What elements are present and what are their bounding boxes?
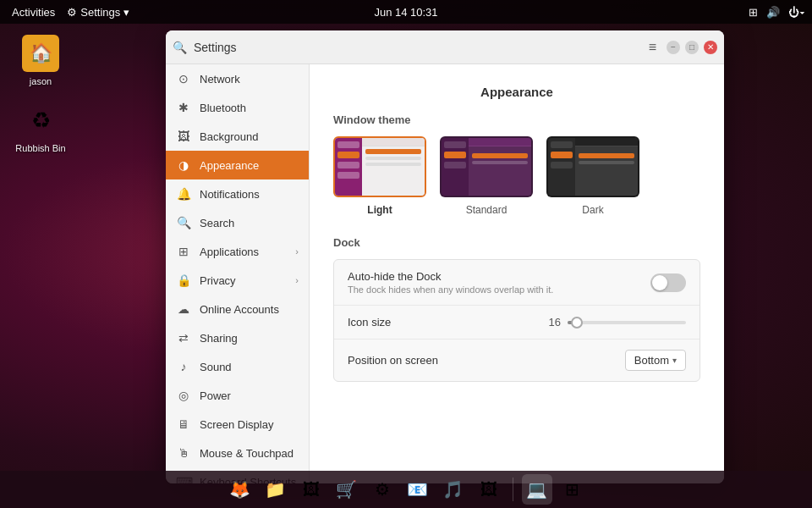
taskbar-icon-settings-dock[interactable]: ⚙ <box>367 474 398 505</box>
activities-button[interactable]: Activities <box>7 6 60 19</box>
auto-hide-sub-label: The dock hides when any windows overlap … <box>348 284 650 295</box>
sidebar-bluetooth-label: Bluetooth <box>200 102 299 114</box>
taskbar-divider <box>513 478 513 501</box>
position-value: Bottom <box>634 354 669 367</box>
sidebar-background-label: Background <box>200 130 299 143</box>
search-icon: 🔍 <box>173 41 187 54</box>
sidebar-item-sharing[interactable]: ⇄ Sharing <box>166 323 309 352</box>
online-accounts-icon: ☁ <box>176 302 191 316</box>
privacy-arrow-icon: › <box>295 275 299 285</box>
theme-option-dark[interactable]: Dark <box>546 136 639 216</box>
topbar: Activities ⚙ Settings ▾ Jun 14 10:31 ⊞ 🔊… <box>0 0 812 24</box>
notifications-icon: 🔔 <box>176 187 191 201</box>
taskbar-icon-store[interactable]: 🛒 <box>332 474 362 505</box>
taskbar-icon-image[interactable]: 🖼 <box>474 474 504 505</box>
bluetooth-icon: ✱ <box>176 101 191 114</box>
settings-window-title: Settings <box>194 41 237 54</box>
sidebar-item-background[interactable]: 🖼 Background <box>166 122 309 151</box>
taskbar-icon-terminal[interactable]: 💻 <box>522 474 552 505</box>
sidebar-notifications-label: Notifications <box>200 188 299 201</box>
window-controls: − □ ✕ <box>667 41 717 54</box>
window-theme-label: Window theme <box>333 113 700 126</box>
taskbar-icon-apps[interactable]: ⊞ <box>557 474 588 505</box>
close-button[interactable]: ✕ <box>704 41 717 54</box>
settings-menu-button[interactable]: ⚙ Settings ▾ <box>67 6 129 19</box>
standard-theme-label: Standard <box>466 204 508 216</box>
sidebar-item-network[interactable]: ⊙ Network <box>166 64 309 93</box>
appearance-icon: ◑ <box>176 158 191 172</box>
settings-menu-label: Settings <box>80 6 120 19</box>
sidebar-item-mouse-touchpad[interactable]: 🖱 Mouse & Touchpad <box>166 439 309 467</box>
light-theme-label: Light <box>367 204 392 216</box>
theme-option-light[interactable]: Light <box>333 136 426 216</box>
light-theme-preview <box>333 136 426 197</box>
topbar-datetime: Jun 14 10:31 <box>374 6 437 19</box>
taskbar-icon-email[interactable]: 📧 <box>403 474 433 505</box>
sidebar-item-online-accounts[interactable]: ☁ Online Accounts <box>166 295 309 323</box>
minimize-button[interactable]: − <box>667 41 680 54</box>
dock-section-label: Dock <box>333 236 700 249</box>
icon-size-row: Icon size 16 <box>334 306 700 340</box>
screen-display-icon: 🖥 <box>176 417 191 431</box>
toggle-knob <box>652 275 667 290</box>
icon-size-label: Icon size <box>348 316 517 329</box>
home-folder-label: jason <box>30 76 52 86</box>
sidebar-item-screen-display[interactable]: 🖥 Screen Display <box>166 410 309 439</box>
standard-theme-preview <box>440 136 533 197</box>
content-title-area: Appearance <box>333 85 700 100</box>
slider-thumb[interactable] <box>571 317 583 329</box>
search-sidebar-icon: 🔍 <box>176 216 191 229</box>
theme-option-standard[interactable]: Standard <box>440 136 533 216</box>
auto-hide-main-label: Auto-hide the Dock <box>348 270 650 283</box>
main-content: Appearance Window theme <box>310 64 724 483</box>
topbar-right: ⊞ 🔊 ⏻▾ <box>749 6 805 19</box>
taskbar-icon-music[interactable]: 🎵 <box>438 474 469 505</box>
icon-size-slider-container: 16 <box>517 316 686 329</box>
sidebar-item-sound[interactable]: ♪ Sound <box>166 352 309 381</box>
taskbar-icon-photos[interactable]: 🖼 <box>296 474 326 505</box>
desktop-icon-jason[interactable]: 🏠 jason <box>7 30 74 90</box>
sidebar-item-search[interactable]: 🔍 Search <box>166 208 309 237</box>
sidebar-item-appearance[interactable]: ◑ Appearance <box>166 151 309 179</box>
sidebar: ⊙ Network ✱ Bluetooth 🖼 Background ◑ App… <box>166 64 310 483</box>
volume-icon: 🔊 <box>766 6 780 19</box>
power-menu-icon[interactable]: ⏻▾ <box>788 6 805 19</box>
sidebar-applications-label: Applications <box>200 246 287 258</box>
auto-hide-toggle[interactable] <box>650 273 686 292</box>
desktop-icon-rubbish[interactable]: ♻ Rubbish Bin <box>7 97 74 157</box>
settings-titlebar: 🔍 Settings ≡ − □ ✕ <box>166 30 724 64</box>
sidebar-sound-label: Sound <box>200 361 299 373</box>
dark-theme-preview <box>546 136 639 197</box>
sidebar-item-applications[interactable]: ⊞ Applications › <box>166 237 309 266</box>
taskbar-icon-files[interactable]: 📁 <box>261 474 291 505</box>
applications-icon: ⊞ <box>176 245 191 258</box>
sidebar-item-bluetooth[interactable]: ✱ Bluetooth <box>166 93 309 122</box>
position-row: Position on screen Bottom ▾ <box>334 340 700 381</box>
settings-window: 🔍 Settings ≡ − □ ✕ ⊙ Network ✱ Bluetooth <box>166 30 724 483</box>
sidebar-item-privacy[interactable]: 🔒 Privacy › <box>166 266 309 295</box>
position-label: Position on screen <box>348 354 625 367</box>
power-icon: ◎ <box>176 389 191 402</box>
background-icon: 🖼 <box>176 130 191 143</box>
sidebar-item-power[interactable]: ◎ Power <box>166 381 309 410</box>
icon-size-slider[interactable] <box>568 321 686 324</box>
sidebar-sharing-label: Sharing <box>200 332 299 345</box>
window-theme-section: Window theme <box>333 113 700 216</box>
dark-theme-label: Dark <box>582 204 603 216</box>
network-icon: ⊞ <box>749 6 758 19</box>
hamburger-button[interactable]: ≡ <box>645 38 660 57</box>
sidebar-privacy-label: Privacy <box>200 274 287 287</box>
privacy-icon: 🔒 <box>176 273 191 287</box>
taskbar-icon-firefox[interactable]: 🦊 <box>225 474 255 505</box>
sidebar-item-notifications[interactable]: 🔔 Notifications <box>166 179 309 208</box>
auto-hide-label-area: Auto-hide the Dock The dock hides when a… <box>348 270 650 295</box>
dock-section-container: Dock Auto-hide the Dock The dock hides w… <box>333 236 700 382</box>
network-sidebar-icon: ⊙ <box>176 72 191 86</box>
maximize-button[interactable]: □ <box>685 41 699 54</box>
sharing-icon: ⇄ <box>176 331 191 345</box>
settings-body: ⊙ Network ✱ Bluetooth 🖼 Background ◑ App… <box>166 64 724 483</box>
desktop-icons: 🏠 jason ♻ Rubbish Bin <box>7 30 74 157</box>
auto-hide-row: Auto-hide the Dock The dock hides when a… <box>334 260 700 306</box>
position-dropdown[interactable]: Bottom ▾ <box>625 350 686 371</box>
sidebar-mouse-label: Mouse & Touchpad <box>200 447 299 460</box>
